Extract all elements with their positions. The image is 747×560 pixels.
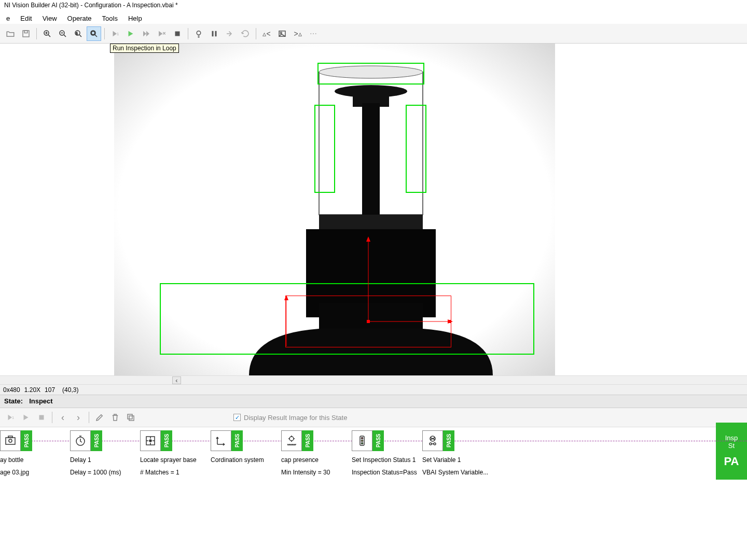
svg-rect-0 [23,31,29,37]
horizontal-scrollbar[interactable]: ‹ [0,375,747,384]
step-coordsys[interactable]: PASS Cordination system [211,430,278,469]
intensity-icon [281,430,302,451]
step-detail: VBAI System Variable... [422,469,490,476]
traffic-light-icon [352,430,372,451]
svg-rect-9 [175,31,180,36]
step-name: Set Variable 1 [422,456,490,464]
step-cap-presence[interactable]: PASS cap presence Min Intensity = 30 [281,430,349,476]
state-run-button[interactable] [19,410,33,425]
prev-step-button[interactable]: ‹ [56,410,70,425]
svg-rect-1 [24,31,27,33]
stop-button[interactable] [170,26,185,41]
tool-d-button[interactable]: ⋯ [306,26,321,41]
zoom-out-button[interactable] [56,26,70,41]
refresh-button[interactable] [238,26,253,41]
pass-badge: PASS [21,430,32,451]
run-once-button[interactable]: 1 [108,26,122,41]
roi-cap-top [317,63,424,85]
scroll-left-icon[interactable]: ‹ [172,376,181,384]
pass-badge: PASS [91,430,102,451]
svg-rect-37 [6,438,15,444]
svg-point-38 [9,439,12,442]
svg-rect-11 [212,31,214,36]
highlight-button[interactable] [191,26,206,41]
menu-edit[interactable]: Edit [16,13,36,23]
svg-point-45 [362,438,363,439]
edit-step-button[interactable] [92,410,107,425]
step-name: Set Inspection Status 1 [352,456,419,464]
folder-icon [6,29,15,38]
next-step-button[interactable]: › [71,410,86,425]
image-viewport[interactable] [0,44,747,375]
zoom-actual-button[interactable]: 1 [71,26,86,41]
step-locate[interactable]: PASS Locate sprayer base # Matches = 1 [140,430,208,476]
menu-file[interactable]: e [2,13,14,23]
step-detail: Min Intensity = 30 [281,469,349,476]
overlay2-icon: >▵ [294,30,301,38]
step-delay[interactable]: PASS Delay 1 Delay = 1000 (ms) [70,430,137,476]
svg-point-42 [149,440,151,442]
display-result-checkbox[interactable]: ✓ Display Result Image for this State [233,414,347,422]
step-into-button[interactable] [223,26,237,41]
menu-operate[interactable]: Operate [63,13,96,23]
tooltip: Run Inspection in Loop [110,44,179,53]
step-detail: age 03.jpg [0,469,67,476]
step-name: cap presence [281,456,349,464]
window-title: NI Vision Builder AI (32-bit) - Configur… [0,0,747,12]
menu-view[interactable]: View [38,13,61,23]
svg-rect-34 [39,415,44,420]
separator [104,28,105,39]
svg-point-46 [362,440,363,442]
state-name: Inspect [29,397,53,405]
zoom-out-icon [58,29,67,38]
copy-icon [126,413,135,422]
play-x-icon [157,29,167,38]
state-stop-button[interactable] [34,410,49,425]
pause-icon [210,29,219,38]
save-button[interactable] [19,26,33,41]
zoom-in-button[interactable] [40,26,54,41]
svg-rect-39 [8,436,12,438]
run-loop-button[interactable] [139,26,154,41]
svg-rect-12 [215,31,217,36]
steps-strip[interactable]: PASS ay bottle age 03.jpg PASS Delay 1 D… [0,427,747,494]
delete-step-button[interactable] [108,410,122,425]
step-detail: Inspection Status=Pass [352,469,419,476]
pause-button[interactable] [207,26,222,41]
svg-rect-7 [92,31,95,34]
open-button[interactable] [3,26,18,41]
roi-coord-rect [285,296,451,347]
step-set-status[interactable]: PASS Set Inspection Status 1 Inspection … [352,430,419,476]
step-icon [225,29,234,38]
step-name: Cordination system [211,456,278,464]
tool-b-button[interactable] [275,26,289,41]
menu-help[interactable]: Help [124,13,146,23]
bulb-icon [194,29,203,38]
state-header: State: Inspect [0,395,747,408]
zoom-fit-button[interactable] [87,26,101,41]
roi-cap-left [314,105,335,193]
step-name: Delay 1 [70,456,137,464]
svg-text:1: 1 [117,32,119,36]
pencil-icon [95,413,104,422]
play-icon [21,413,31,422]
play-loop-icon [142,29,151,38]
target-icon [140,430,161,451]
tool-a-button[interactable]: ▵< [259,26,274,41]
copy-step-button[interactable] [123,410,138,425]
step-acquire-image[interactable]: PASS ay bottle age 03.jpg [0,430,67,476]
tool-c-button[interactable]: >▵ [290,26,305,41]
display-result-label: Display Result Image for this State [244,414,347,422]
run-until-fail-button[interactable] [155,26,169,41]
svg-point-10 [197,31,201,35]
run-button[interactable] [123,26,138,41]
chevron-right-icon: › [77,412,80,423]
inspection-status-line2: St [728,442,735,450]
menu-tools[interactable]: Tools [98,13,122,23]
step-set-variable[interactable]: PASS Set Variable 1 VBAI System Variable… [422,430,490,476]
inspection-status-big: PA [724,455,739,468]
separator [36,28,37,39]
step-detail: Delay = 1000 (ms) [70,469,137,476]
state-run-once-button[interactable]: 1 [3,410,18,425]
pass-badge: PASS [302,430,313,451]
